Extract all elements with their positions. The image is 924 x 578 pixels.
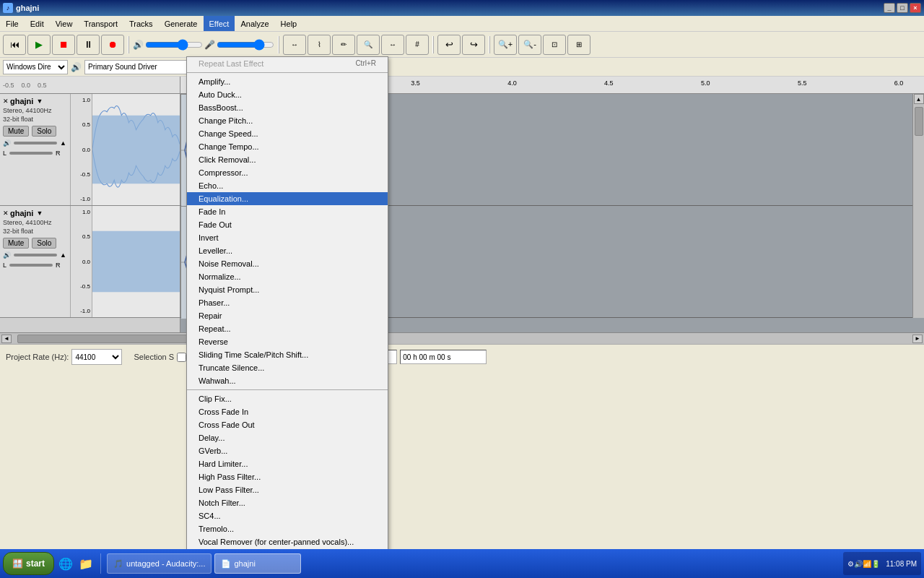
- menu-reverse[interactable]: Reverse: [187, 335, 388, 348]
- vscroll-up-btn[interactable]: ▲: [914, 94, 924, 104]
- quicklaunch-folder-icon[interactable]: 📁: [77, 555, 95, 572]
- menu-edit[interactable]: Edit: [25, 16, 50, 31]
- project-rate-label: Project Rate (Hz):: [6, 353, 69, 361]
- track-2-close[interactable]: ✕: [3, 210, 9, 217]
- menu-auto-duck[interactable]: Auto Duck...: [187, 88, 388, 101]
- menu-analyze[interactable]: Analyze: [235, 16, 274, 31]
- menu-file[interactable]: File: [0, 16, 25, 31]
- draw-tool-button[interactable]: ✏: [332, 35, 355, 55]
- envelope-tool-button[interactable]: ⌇: [308, 35, 331, 55]
- zoom-in-button[interactable]: 🔍+: [494, 35, 517, 55]
- menu-clip-fix[interactable]: Clip Fix...: [187, 392, 388, 405]
- hscroll-left-btn[interactable]: ◄: [1, 335, 12, 343]
- track-1-dropdown-icon[interactable]: ▼: [36, 98, 43, 105]
- menu-nyquist-prompt[interactable]: Nyquist Prompt...: [187, 283, 388, 296]
- track-1-close[interactable]: ✕: [3, 98, 9, 105]
- minimize-button[interactable]: _: [884, 3, 895, 13]
- menu-tracks[interactable]: Tracks: [123, 16, 159, 31]
- menu-tremolo[interactable]: Tremolo...: [187, 522, 388, 535]
- rewind-button[interactable]: ⏮: [3, 35, 26, 55]
- stop-button[interactable]: ⏹: [52, 35, 75, 55]
- close-button[interactable]: ×: [910, 3, 921, 13]
- taskbar-app-ghajni[interactable]: 📄 ghajni: [214, 553, 301, 574]
- menu-vocal-remover[interactable]: Vocal Remover (for center-panned vocals)…: [187, 535, 388, 548]
- track-1-pan-slider[interactable]: [9, 152, 53, 155]
- menu-help[interactable]: Help: [275, 16, 303, 31]
- maximize-button[interactable]: □: [897, 3, 908, 13]
- timeshift-tool-button[interactable]: ↔: [381, 35, 404, 55]
- menu-view[interactable]: View: [50, 16, 79, 31]
- track-1-mute-button[interactable]: Mute: [3, 126, 29, 137]
- zoom-sel-button[interactable]: ⊞: [567, 35, 590, 55]
- menu-leveller[interactable]: Leveller...: [187, 244, 388, 257]
- track-2-dropdown-icon[interactable]: ▼: [36, 210, 43, 217]
- menu-gverb[interactable]: GVerb...: [187, 444, 388, 457]
- menu-high-pass[interactable]: High Pass Filter...: [187, 470, 388, 483]
- menu-fade-out[interactable]: Fade Out: [187, 218, 388, 231]
- menu-compressor[interactable]: Compressor...: [187, 166, 388, 179]
- redo-button[interactable]: ↪: [462, 35, 485, 55]
- pause-button[interactable]: ⏸: [77, 35, 100, 55]
- input-volume-slider[interactable]: [217, 39, 274, 51]
- menu-generate[interactable]: Generate: [159, 16, 204, 31]
- menu-phaser[interactable]: Phaser...: [187, 296, 388, 309]
- menu-cross-fade-out[interactable]: Cross Fade Out: [187, 418, 388, 431]
- menu-noise-removal[interactable]: Noise Removal...: [187, 257, 388, 270]
- hscroll-right-btn[interactable]: ►: [912, 335, 923, 343]
- menu-fade-in[interactable]: Fade In: [187, 205, 388, 218]
- menu-effect[interactable]: Effect: [204, 16, 235, 31]
- menu-sc4[interactable]: SC4...: [187, 509, 388, 522]
- undo-button[interactable]: ↩: [437, 35, 461, 55]
- multi-tool-button[interactable]: #: [406, 35, 429, 55]
- menu-change-tempo[interactable]: Change Tempo...: [187, 140, 388, 153]
- snap-to-checkbox[interactable]: [177, 353, 186, 362]
- track-2-gain-slider[interactable]: [14, 254, 57, 256]
- start-button[interactable]: 🪟 start: [3, 552, 54, 575]
- menu-wahwah[interactable]: Wahwah...: [187, 374, 388, 387]
- menu-normalize[interactable]: Normalize...: [187, 270, 388, 283]
- menu-click-removal[interactable]: Click Removal...: [187, 153, 388, 166]
- menu-delay[interactable]: Delay...: [187, 431, 388, 444]
- menu-amplify[interactable]: Amplify...: [187, 75, 388, 88]
- zoom-out-button[interactable]: 🔍-: [518, 35, 541, 55]
- menu-invert[interactable]: Invert: [187, 231, 388, 244]
- quicklaunch-ie-icon[interactable]: 🌐: [57, 555, 74, 572]
- menu-low-pass[interactable]: Low Pass Filter...: [187, 483, 388, 496]
- menu-transport[interactable]: Transport: [78, 16, 123, 31]
- menu-repeat-last-effect[interactable]: Repeat Last Effect Ctrl+R: [187, 57, 388, 70]
- menu-hard-limiter[interactable]: Hard Limiter...: [187, 457, 388, 470]
- vscrollbar[interactable]: ▲: [912, 94, 924, 318]
- svg-marker-1: [92, 116, 180, 184]
- menu-cross-fade-in[interactable]: Cross Fade In: [187, 405, 388, 418]
- track-1-gain-slider[interactable]: [14, 142, 57, 144]
- track-2-solo-button[interactable]: Solo: [32, 238, 56, 249]
- play-button[interactable]: ▶: [27, 35, 51, 55]
- select-tool-button[interactable]: ↔: [283, 35, 306, 55]
- track-1-solo-button[interactable]: Solo: [32, 126, 56, 137]
- track-2-mute-button[interactable]: Mute: [3, 238, 29, 249]
- zoom-tool-button[interactable]: 🔍: [357, 35, 380, 55]
- menu-equalization[interactable]: Equalization...: [187, 192, 388, 205]
- menu-notch-filter[interactable]: Notch Filter...: [187, 496, 388, 509]
- track-2-waveform: [92, 206, 180, 317]
- effect-menu: Repeat Last Effect Ctrl+R Amplify... Aut…: [186, 56, 388, 562]
- menu-truncate[interactable]: Truncate Silence...: [187, 361, 388, 374]
- menu-change-pitch[interactable]: Change Pitch...: [187, 114, 388, 127]
- menu-echo[interactable]: Echo...: [187, 179, 388, 192]
- menu-repeat[interactable]: Repeat...: [187, 322, 388, 335]
- menu-sliding[interactable]: Sliding Time Scale/Pitch Shift...: [187, 348, 388, 361]
- track-1-pan-row: L R: [3, 150, 67, 157]
- taskbar-app-audacity[interactable]: 🎵 untagged - Audacity:...: [107, 553, 212, 574]
- output-device-select[interactable]: Windows Dire: [3, 60, 68, 74]
- output-volume-slider[interactable]: [145, 39, 203, 51]
- time-input-3[interactable]: [400, 350, 487, 364]
- record-button[interactable]: ⏺: [101, 35, 124, 55]
- audacity-icon: 🎵: [113, 559, 123, 569]
- menu-repair[interactable]: Repair: [187, 309, 388, 322]
- track-2-pan-slider[interactable]: [9, 264, 53, 267]
- project-rate-select[interactable]: 44100: [71, 349, 122, 365]
- menu-bassboost[interactable]: BassBoost...: [187, 101, 388, 114]
- vscroll-thumb[interactable]: [915, 107, 923, 136]
- zoom-fit-button[interactable]: ⊡: [543, 35, 566, 55]
- menu-change-speed[interactable]: Change Speed...: [187, 127, 388, 140]
